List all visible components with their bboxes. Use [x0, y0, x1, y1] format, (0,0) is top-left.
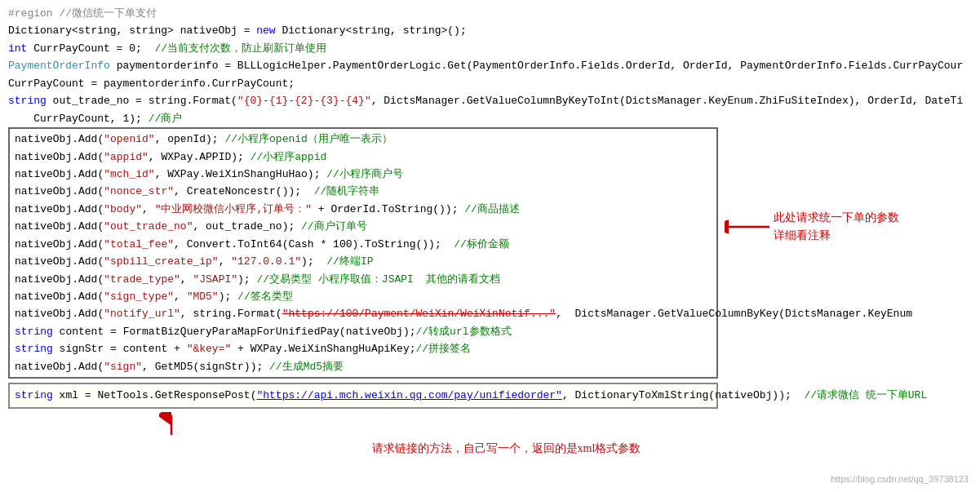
boxed-code: nativeObj.Add("openid", openId); //小程序op…	[15, 131, 712, 375]
code-editor: #region //微信统一下单支付 Dictionary<string, st…	[0, 0, 980, 461]
bottom-code-line: string xml = NetTools.GetResponsePost("h…	[8, 383, 718, 408]
up-arrow-icon	[159, 412, 184, 437]
arrow-icon	[725, 211, 774, 243]
bottom-annotation-label: 请求链接的方法，自己写一个，返回的是xml格式参数	[372, 442, 641, 454]
code-wrapper: #region //微信统一下单支付 Dictionary<string, st…	[8, 5, 972, 456]
bottom-arrow-area	[8, 412, 972, 440]
annotation-area: 此处请求统一下单的参数详细看注释	[725, 209, 904, 246]
bottom-section: string xml = NetTools.GetResponsePost("h…	[8, 380, 972, 408]
bottom-code-pre: string xml = NetTools.GetResponsePost("h…	[15, 387, 712, 404]
annotation-text: 此处请求统一下单的参数详细看注释	[774, 209, 904, 246]
footer-url: https://blog.csdn.net/qq_39738123	[831, 474, 969, 484]
boxed-code-region: nativeObj.Add("openid", openId); //小程序op…	[8, 127, 718, 379]
bottom-annotation-text: 请求链接的方法，自己写一个，返回的是xml格式参数	[8, 441, 972, 456]
region-header: #region //微信统一下单支付 Dictionary<string, st…	[8, 5, 972, 127]
